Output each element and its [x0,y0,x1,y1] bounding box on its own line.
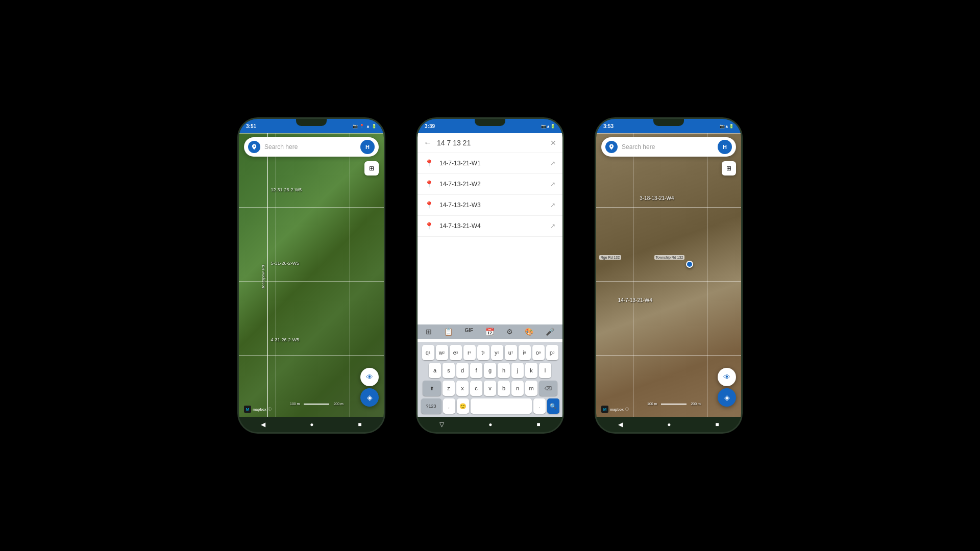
time-1: 3:51 [246,123,256,129]
key-w[interactable]: w2 [436,345,448,360]
keyboard-toolbar-2: ⊞ 📋 GIF 📆 ⚙ 🎨 🎤 [418,324,562,339]
search-bar-3[interactable]: Search here H [601,137,736,157]
search-header-2: ← 14 7 13 21 ✕ [418,133,562,153]
map-screen-1[interactable]: Search here H ⊞ 12-31-26-2-W5 5-31-26-2-… [239,133,384,417]
key-y[interactable]: y6 [491,345,503,360]
keyboard-2[interactable]: q1 w2 e3 r4 t5 y6 u7 i8 o9 p0 a s d f g … [418,342,562,417]
kb-settings-icon[interactable]: ⚙ [504,327,515,337]
key-a[interactable]: a [429,363,441,378]
key-l[interactable]: l [539,363,551,378]
key-space[interactable] [471,398,532,414]
key-u[interactable]: u7 [505,345,517,360]
kb-mic-icon[interactable]: 🎤 [544,327,556,337]
key-g[interactable]: g [484,363,496,378]
key-shift[interactable]: ⬆ [423,381,441,396]
phone-3: 3:53 📷▲🔋 Search here H ⊞ 3-18-13-21-W4 1… [595,117,743,434]
result-item-1[interactable]: 📍 14-7-13-21-W1 ↗ [418,153,562,174]
result-item-3[interactable]: 📍 14-7-13-21-W3 ↗ [418,195,562,216]
kb-calendar-icon[interactable]: 📆 [483,327,496,337]
key-search[interactable]: 🔍 [547,398,559,414]
result-text-2: 14-7-13-21-W2 [439,181,550,188]
key-n[interactable]: n [511,381,524,396]
location-icon-1: 📍 [359,124,364,129]
pin-icon-1: 📍 [425,159,433,167]
kb-grid-icon[interactable]: ⊞ [424,327,434,337]
result-item-2[interactable]: 📍 14-7-13-21-W2 ↗ [418,174,562,195]
key-period[interactable]: . [533,398,546,414]
navigate-fab-3[interactable]: ◈ [718,388,736,407]
nav-bar-3: ◀ ● ■ [596,417,741,432]
home-nav-3[interactable]: ● [667,421,671,428]
scale-bar-1: 100 m 200 m [290,402,344,406]
search-bar-1[interactable]: Search here H [244,137,379,157]
key-backspace[interactable]: ⌫ [539,381,557,396]
recent-nav-3[interactable]: ■ [715,421,719,428]
key-t[interactable]: t5 [477,345,489,360]
status-bar-3: 3:53 📷▲🔋 [596,119,741,133]
key-v[interactable]: v [484,381,496,396]
key-m[interactable]: m [525,381,537,396]
key-p[interactable]: p0 [546,345,558,360]
key-f[interactable]: f [470,363,482,378]
phone-2: 3:39 📷▲🔋 ← 14 7 13 21 ✕ 📍 14-7-13-21-W1 … [416,117,564,434]
key-j[interactable]: j [511,363,524,378]
kb-row-3: ⬆ z x c v b n m ⌫ [419,381,561,396]
back-button-2[interactable]: ← [424,138,432,147]
pin-icon-4: 📍 [425,222,433,230]
navigate-fab-1[interactable]: ◈ [360,388,379,407]
eye-icon-1: 👁 [366,373,373,381]
back-nav-2[interactable]: ▽ [439,421,444,428]
kb-gif-btn[interactable]: GIF [462,327,475,337]
icons-2: 📷▲🔋 [541,124,555,129]
key-123[interactable]: ?123 [421,398,442,414]
location-dot-3 [686,261,693,268]
status-icons-2: 📷▲🔋 [541,124,555,129]
key-h[interactable]: h [498,363,510,378]
key-comma[interactable]: , [443,398,455,414]
home-nav-2[interactable]: ● [488,421,492,428]
key-o[interactable]: o9 [532,345,545,360]
user-avatar-1[interactable]: H [360,140,375,154]
notch-3 [653,119,684,126]
location-fab-3[interactable]: 👁 [718,368,736,386]
kb-clip-icon[interactable]: 📋 [442,327,455,337]
user-avatar-3[interactable]: H [718,140,732,154]
key-z[interactable]: z [443,381,455,396]
mapbox-icon-1: M [244,406,251,413]
back-nav-3[interactable]: ◀ [618,421,623,428]
kb-palette-icon[interactable]: 🎨 [523,327,535,337]
key-x[interactable]: x [456,381,469,396]
key-k[interactable]: k [525,363,537,378]
layer-toggle-1[interactable]: ⊞ [364,161,379,176]
key-e[interactable]: e3 [450,345,462,360]
layer-toggle-3[interactable]: ⊞ [722,161,736,176]
result-text-3: 14-7-13-21-W3 [439,202,550,209]
compass-icon-1: ◈ [367,393,373,402]
key-d[interactable]: d [456,363,469,378]
search-query-2: 14 7 13 21 [437,139,545,147]
result-item-4[interactable]: 📍 14-7-13-21-W4 ↗ [418,216,562,237]
time-2: 3:39 [425,123,435,129]
key-i[interactable]: i8 [519,345,531,360]
road-label-3-1: Township Rd 132 [654,255,685,260]
recent-nav-2[interactable]: ■ [536,421,540,428]
nav-bar-2: ▽ ● ■ [418,417,562,432]
road-vertical-1 [267,133,268,417]
back-nav-1[interactable]: ◀ [261,421,265,428]
nav-bar-1: ◀ ● ■ [239,417,384,432]
key-r[interactable]: r4 [463,345,476,360]
key-b[interactable]: b [498,381,510,396]
location-fab-1[interactable]: 👁 [360,368,379,386]
map-screen-3[interactable]: Search here H ⊞ 3-18-13-21-W4 14-7-13-21… [596,133,741,417]
clear-button-2[interactable]: ✕ [550,139,556,147]
result-text-1: 14-7-13-21-W1 [439,160,550,167]
recent-nav-1[interactable]: ■ [358,421,361,428]
key-s[interactable]: s [443,363,455,378]
arrow-icon-4: ↗ [550,222,555,230]
arrow-icon-2: ↗ [550,181,555,188]
key-emoji[interactable]: 🙂 [457,398,469,414]
home-nav-1[interactable]: ● [310,421,313,428]
key-q[interactable]: q1 [422,345,434,360]
search-logo-3 [605,141,618,153]
key-c[interactable]: c [470,381,482,396]
